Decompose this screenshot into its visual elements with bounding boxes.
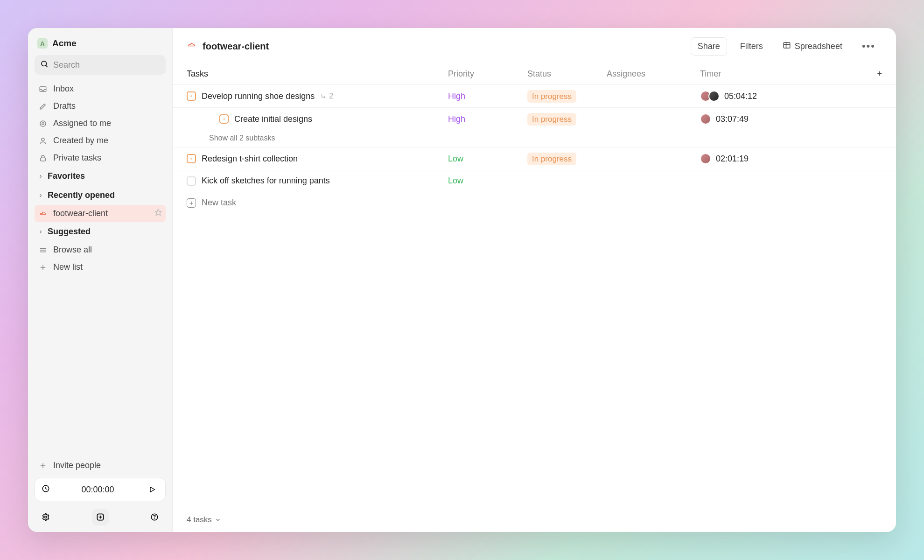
nav-label: Drafts [53,101,76,111]
task-row[interactable]: Create initial designs High In progress … [173,107,896,130]
svg-point-5 [42,138,44,141]
timer-cell[interactable]: 03:07:49 [700,113,882,125]
svg-line-8 [42,213,42,213]
nav-assigned[interactable]: Assigned to me [35,115,166,132]
svg-point-19 [45,516,47,518]
priority-value[interactable]: Low [448,176,463,185]
columns-header: Tasks Priority Status Assignees Timer + [173,60,896,84]
sidebar: A Acme Inbox Drafts Assigned to me Creat… [28,28,173,532]
pencil-icon [38,102,48,111]
settings-button[interactable] [37,509,54,525]
search-input[interactable] [53,60,161,70]
nav-label: Created by me [53,136,108,146]
task-count: 4 tasks [187,515,212,525]
task-title: Develop running shoe designs [202,91,315,101]
main-footer[interactable]: 4 tasks [173,508,896,532]
column-assignees[interactable]: Assignees [607,69,700,79]
nav-label: Inbox [53,84,74,94]
nav-browse-all[interactable]: Browse all [35,241,166,259]
svg-rect-6 [41,158,46,161]
section-label: Suggested [48,227,91,237]
main-header: footwear-client Share Filters Spreadshee… [173,28,896,60]
sidebar-item-footwear-client[interactable]: footwear-client [35,205,166,222]
invite-people[interactable]: Invite people [35,457,166,474]
timer-cell[interactable]: 05:04:12 [700,91,882,102]
plus-box-icon: + [187,198,196,208]
star-icon[interactable] [154,209,162,218]
chevron-right-icon [37,174,44,179]
svg-line-1 [46,65,47,67]
new-button[interactable] [92,509,109,525]
show-all-subtasks[interactable]: Show all 2 subtasks [173,130,896,147]
chevron-right-icon [37,229,44,235]
view-label: Spreadsheet [795,42,842,51]
task-title: Create initial designs [234,114,312,124]
workspace-switcher[interactable]: A Acme [35,35,166,55]
priority-value[interactable]: Low [448,154,463,163]
add-column-button[interactable]: + [868,69,882,79]
column-timer[interactable]: Timer [700,69,868,79]
priority-value[interactable]: High [448,91,465,101]
task-row[interactable]: Kick off sketches for running pants Low [173,170,896,191]
new-task-button[interactable]: + New task [173,191,896,214]
person-icon [38,136,48,146]
nav-drafts[interactable]: Drafts [35,98,166,115]
play-button[interactable] [146,483,159,496]
status-badge[interactable]: In progress [527,90,576,103]
status-badge[interactable]: In progress [527,113,576,126]
clock-icon [42,484,50,495]
priority-value[interactable]: High [448,114,465,124]
column-status[interactable]: Status [527,69,607,79]
nav-created[interactable]: Created by me [35,132,166,149]
filters-button[interactable]: Filters [734,38,770,55]
section-label: Favorites [48,171,85,181]
sidebar-bottom-bar [35,505,166,527]
nav-label: Assigned to me [53,119,111,128]
share-button[interactable]: Share [691,37,727,56]
section-suggested[interactable]: Suggested [35,222,166,241]
help-button[interactable] [146,509,163,525]
status-checkbox[interactable] [187,91,196,101]
timer-cell[interactable]: 02:01:19 [700,153,882,164]
plus-icon [38,461,48,470]
nav-private[interactable]: Private tasks [35,149,166,167]
workspace-name: Acme [52,38,77,49]
section-favorites[interactable]: Favorites [35,167,166,186]
column-tasks[interactable]: Tasks [187,69,448,79]
column-priority[interactable]: Priority [448,69,527,79]
svg-rect-25 [784,42,790,48]
subtask-count[interactable]: 2 [320,92,333,100]
list-icon [38,245,48,255]
timer-value: 03:07:49 [716,114,749,124]
search-icon [40,60,49,70]
lock-icon [38,154,48,163]
nav-inbox[interactable]: Inbox [35,80,166,98]
nav-label: Private tasks [53,153,101,163]
status-badge[interactable]: In progress [527,153,576,165]
status-checkbox[interactable] [219,114,229,124]
more-menu[interactable]: ••• [855,36,882,56]
status-checkbox[interactable] [187,176,196,186]
svg-point-3 [40,121,46,126]
task-row[interactable]: Redesign t-shirt collection Low In progr… [173,147,896,170]
svg-point-24 [154,518,155,519]
search-box[interactable] [35,55,166,75]
nav-label: New list [53,262,83,272]
avatar [700,113,711,125]
task-title: Redesign t-shirt collection [202,154,298,164]
target-icon [38,119,48,128]
dots-icon: ••• [862,40,875,52]
section-recently-opened[interactable]: Recently opened [35,186,166,205]
svg-point-0 [42,61,47,66]
nav-label: Invite people [53,461,101,470]
nav-new-list[interactable]: New list [35,259,166,276]
view-switcher[interactable]: Spreadsheet [776,37,849,56]
status-checkbox[interactable] [187,154,196,163]
nav-label: Browse all [53,245,92,255]
svg-marker-9 [155,209,161,215]
shoe-icon [38,209,48,218]
timer-value: 02:01:19 [716,154,749,164]
svg-point-4 [42,122,44,125]
timer-widget: 00:00:00 [35,478,166,501]
task-row[interactable]: Develop running shoe designs 2 High In p… [173,84,896,107]
